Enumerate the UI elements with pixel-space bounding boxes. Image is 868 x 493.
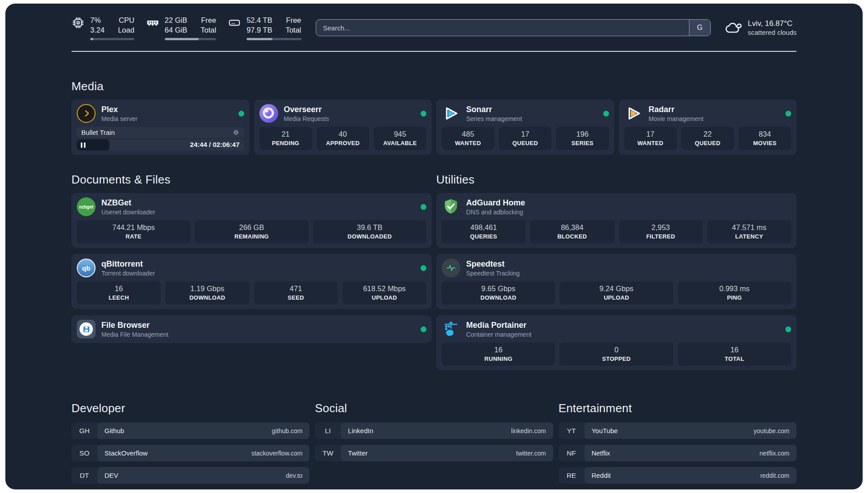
header-divider (71, 51, 797, 52)
app-card-qbittorrent[interactable]: qb qBittorrent Torrent downloader 16LEEC… (71, 254, 432, 309)
adguard-icon (442, 197, 460, 216)
scattered-clouds-icon (724, 19, 742, 37)
stat-tile: 744.21 MbpsRATE (77, 220, 190, 243)
status-dot-online (785, 111, 791, 117)
app-description: Usenet downloader (101, 209, 155, 216)
search-input[interactable] (316, 20, 689, 36)
stat-tile: 1.19 GbpsDOWNLOAD (165, 281, 249, 305)
section-title-media: Media (71, 79, 797, 93)
stat-tile: 618.52 MbpsUPLOAD (342, 281, 426, 305)
app-card-sonarr[interactable]: Sonarr Series management 485WANTED 17QUE… (436, 100, 614, 155)
app-name: Media Portainer (466, 321, 531, 330)
search-bar: G (316, 19, 711, 36)
weather-location-temp: Lviv, 16.87°C (748, 19, 797, 28)
now-playing-time: 24:44 / 02:06:47 (190, 141, 240, 148)
cpu-widget: 7% 3.24 CPU Load (71, 15, 134, 41)
overseerr-icon (259, 104, 278, 123)
app-description: Media Requests (284, 115, 329, 122)
pause-icon (81, 142, 86, 148)
disk-progress-bar (246, 38, 301, 40)
status-dot-online (421, 326, 426, 332)
stat-tile: 0.993 msPING (678, 281, 791, 305)
weather-condition: scattered clouds (748, 29, 797, 36)
stat-tile: 22QUEUED (681, 127, 734, 150)
stat-tile: 266 GBREMAINING (195, 220, 308, 243)
now-playing-title: Bullet Train (81, 129, 115, 136)
app-description: DNS and adblocking (466, 209, 525, 216)
memory-labels: Free Total (200, 15, 216, 35)
portainer-icon (442, 320, 460, 338)
memory-progress-bar (165, 38, 216, 40)
search-engine-button[interactable]: G (689, 20, 710, 36)
bookmark-linkedin[interactable]: LI LinkedInlinkedin.com (315, 422, 553, 439)
now-playing-progress: 24:44 / 02:06:47 (77, 139, 244, 150)
memory-widget: 22 GiB 64 GiB Free Total (146, 15, 216, 41)
app-name: Speedtest (466, 259, 520, 269)
app-name: Sonarr (466, 105, 522, 114)
stat-tile: 485WANTED (442, 127, 494, 150)
status-dot-online (421, 204, 426, 210)
section-title-entertainment: Entertainment (559, 401, 797, 415)
stat-tile: 16LEECH (77, 281, 161, 305)
app-card-speedtest[interactable]: Speedtest Speedtest Tracking 9.65 GbpsDO… (436, 254, 797, 309)
app-card-radarr[interactable]: Radarr Movie management 17WANTED 22QUEUE… (619, 100, 797, 155)
stat-tile: 0STOPPED (559, 343, 673, 366)
bookmark-twitter[interactable]: TW Twittertwitter.com (315, 445, 553, 461)
app-card-adguard[interactable]: AdGuard Home DNS and adblocking 498,461Q… (436, 193, 797, 248)
app-card-plex[interactable]: Plex Media server Bullet Train (71, 100, 250, 155)
cpu-labels: CPU Load (118, 15, 134, 35)
stat-tile: 39.6 TBDOWNLOADED (313, 220, 426, 243)
app-description: Media server (101, 115, 138, 122)
disk-values: 52.4 TB 97.9 TB (246, 15, 272, 35)
stat-tile: 17QUEUED (499, 127, 551, 150)
section-title-developer: Developer (71, 401, 309, 415)
bookmark-netflix[interactable]: NF Netflixnetflix.com (559, 445, 797, 461)
app-name: Radarr (649, 105, 704, 114)
nzbget-icon: nzbget (77, 197, 96, 216)
stat-tile: 498,461QUERIES (442, 220, 526, 243)
disk-widget: 52.4 TB 97.9 TB Free Total (228, 15, 301, 41)
bookmark-dev[interactable]: DT DEVdev.to (71, 467, 309, 484)
weather-widget: Lviv, 16.87°C scattered clouds (724, 19, 797, 37)
bookmark-stackoverflow[interactable]: SO StackOverflowstackoverflow.com (71, 445, 309, 461)
bookmark-youtube[interactable]: YT YouTubeyoutube.com (559, 422, 797, 439)
stat-tile: 2,953FILTERED (619, 220, 703, 243)
cpu-progress-bar (90, 38, 134, 40)
app-name: File Browser (101, 321, 168, 330)
bookmark-github[interactable]: GH Githubgithub.com (71, 422, 309, 439)
status-dot-online (421, 265, 426, 271)
documents-column: Documents & Files nzbget NZBGet Usenet d… (71, 173, 432, 370)
stat-tile: 21PENDING (259, 127, 312, 150)
top-bar: 7% 3.24 CPU Load 22 GiB 64 GiB (71, 16, 797, 39)
section-title-social: Social (315, 401, 553, 415)
status-dot-online (238, 111, 244, 117)
disk-icon (228, 16, 241, 29)
qbittorrent-icon: qb (77, 259, 96, 277)
developer-group: Developer GH Githubgithub.com SO StackOv… (71, 401, 309, 484)
app-card-overseerr[interactable]: Overseerr Media Requests 21PENDING 40APP… (254, 100, 432, 155)
app-card-nzbget[interactable]: nzbget NZBGet Usenet downloader 744.21 M… (71, 193, 432, 248)
stat-tile: 16RUNNING (442, 343, 555, 366)
disk-labels: Free Total (286, 15, 301, 35)
section-title-utilities: Utilities (436, 173, 797, 187)
status-dot-online (785, 326, 791, 332)
gear-icon[interactable] (232, 129, 240, 136)
stat-tile: 17WANTED (624, 127, 677, 150)
sonarr-icon (442, 104, 460, 123)
app-card-portainer[interactable]: Media Portainer Container management 16R… (436, 315, 797, 370)
app-name: Overseerr (284, 105, 329, 114)
stat-tile: 47.571 msLATENCY (707, 220, 791, 243)
status-dot-online (421, 111, 426, 117)
app-card-filebrowser[interactable]: File Browser Media File Management (71, 315, 432, 343)
app-description: Media File Management (101, 331, 168, 338)
bookmark-reddit[interactable]: RE Redditreddit.com (559, 467, 797, 484)
stat-tile: 9.24 GbpsUPLOAD (559, 281, 673, 305)
cpu-icon (71, 16, 85, 29)
stat-tile: 196SERIES (556, 127, 609, 150)
stat-tile: 834MOVIES (739, 127, 791, 150)
entertainment-group: Entertainment YT YouTubeyoutube.com NF N… (559, 401, 797, 484)
stat-tile: 40APPROVED (317, 127, 369, 150)
status-dot-online (603, 111, 609, 117)
stat-tile: 471SEED (254, 281, 338, 305)
plex-icon (77, 104, 96, 123)
